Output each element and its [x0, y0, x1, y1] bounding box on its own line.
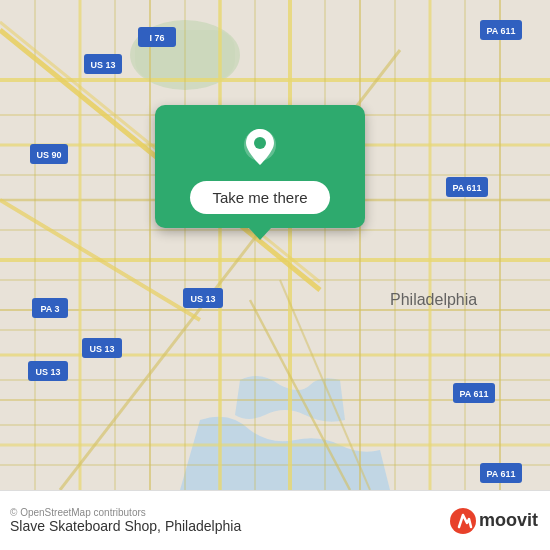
- moovit-logo: moovit: [449, 507, 538, 535]
- svg-text:US 13: US 13: [190, 294, 215, 304]
- moovit-label: moovit: [479, 510, 538, 531]
- svg-text:PA 611: PA 611: [452, 183, 481, 193]
- bottom-left-info: © OpenStreetMap contributors Slave Skate…: [10, 507, 241, 534]
- map-container[interactable]: Philadelphia I 76 US 13 US 90 PA 611 PA …: [0, 0, 550, 490]
- map-background: Philadelphia I 76 US 13 US 90 PA 611 PA …: [0, 0, 550, 490]
- svg-text:US 13: US 13: [90, 60, 115, 70]
- location-label: Slave Skateboard Shop, Philadelphia: [10, 518, 241, 534]
- svg-text:US 13: US 13: [35, 367, 60, 377]
- location-popup: Take me there: [155, 105, 365, 228]
- svg-text:PA 3: PA 3: [40, 304, 59, 314]
- take-me-there-button[interactable]: Take me there: [190, 181, 329, 214]
- svg-point-64: [450, 508, 476, 534]
- copyright-text: © OpenStreetMap contributors: [10, 507, 241, 518]
- svg-text:Philadelphia: Philadelphia: [390, 291, 477, 308]
- svg-point-63: [254, 137, 266, 149]
- svg-text:PA 611: PA 611: [486, 469, 515, 479]
- svg-text:PA 611: PA 611: [486, 26, 515, 36]
- location-pin-icon: [236, 123, 284, 171]
- svg-text:PA 611: PA 611: [459, 389, 488, 399]
- svg-text:US 13: US 13: [89, 344, 114, 354]
- svg-text:US 90: US 90: [36, 150, 61, 160]
- moovit-brand-icon: [449, 507, 477, 535]
- bottom-bar: © OpenStreetMap contributors Slave Skate…: [0, 490, 550, 550]
- svg-text:I 76: I 76: [149, 33, 164, 43]
